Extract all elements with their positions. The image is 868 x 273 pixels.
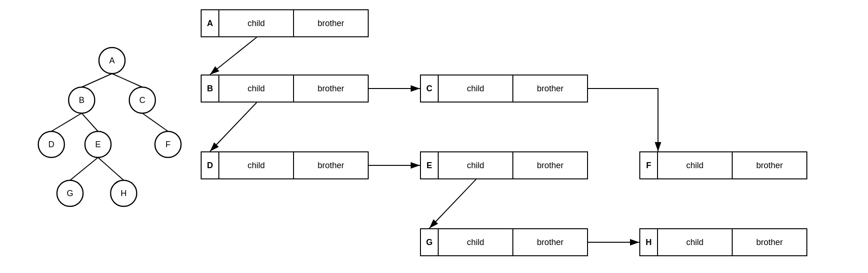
brother-cell-B: brother	[294, 75, 369, 102]
svg-text:G: G	[67, 189, 73, 198]
node-box-E: Echildbrother	[420, 151, 588, 179]
node-label-A: A	[201, 9, 219, 37]
node-box-H: Hchildbrother	[639, 228, 807, 256]
svg-text:E: E	[95, 140, 101, 149]
child-cell-A: child	[219, 9, 294, 37]
child-cell-D: child	[219, 151, 294, 179]
svg-text:A: A	[109, 56, 115, 65]
svg-text:H: H	[121, 189, 127, 198]
node-label-C: C	[420, 75, 439, 102]
svg-line-5	[70, 157, 98, 180]
svg-line-0	[82, 74, 112, 87]
node-box-F: Fchildbrother	[639, 151, 807, 179]
brother-cell-C: brother	[513, 75, 588, 102]
node-label-B: B	[201, 75, 219, 102]
linked-structure: AchildbrotherBchildbrotherCchildbrotherD…	[196, 0, 868, 273]
node-box-B: Bchildbrother	[201, 75, 369, 102]
child-cell-C: child	[439, 75, 513, 102]
svg-line-4	[142, 113, 168, 131]
node-box-G: Gchildbrother	[420, 228, 588, 256]
node-label-G: G	[420, 228, 439, 256]
svg-line-2	[51, 113, 82, 131]
node-label-H: H	[639, 228, 658, 256]
svg-text:F: F	[166, 140, 171, 149]
svg-text:C: C	[140, 96, 146, 105]
node-box-D: Dchildbrother	[201, 151, 369, 179]
child-cell-E: child	[439, 151, 513, 179]
brother-cell-F: brother	[733, 151, 807, 179]
brother-cell-G: brother	[513, 228, 588, 256]
svg-line-1	[112, 74, 142, 87]
node-box-C: Cchildbrother	[420, 75, 588, 102]
tree-diagram: ABCDEFGH	[0, 0, 196, 273]
node-label-E: E	[420, 151, 439, 179]
node-label-D: D	[201, 151, 219, 179]
child-cell-F: child	[658, 151, 733, 179]
tree-svg: ABCDEFGH	[0, 0, 196, 273]
brother-cell-A: brother	[294, 9, 369, 37]
svg-text:B: B	[79, 96, 84, 105]
child-cell-B: child	[219, 75, 294, 102]
child-cell-G: child	[439, 228, 513, 256]
node-box-A: Achildbrother	[201, 9, 369, 37]
svg-text:D: D	[49, 140, 55, 149]
brother-cell-H: brother	[733, 228, 807, 256]
brother-cell-D: brother	[294, 151, 369, 179]
svg-line-3	[82, 113, 98, 131]
child-cell-H: child	[658, 228, 733, 256]
brother-cell-E: brother	[513, 151, 588, 179]
svg-line-6	[98, 157, 124, 180]
node-label-F: F	[639, 151, 658, 179]
